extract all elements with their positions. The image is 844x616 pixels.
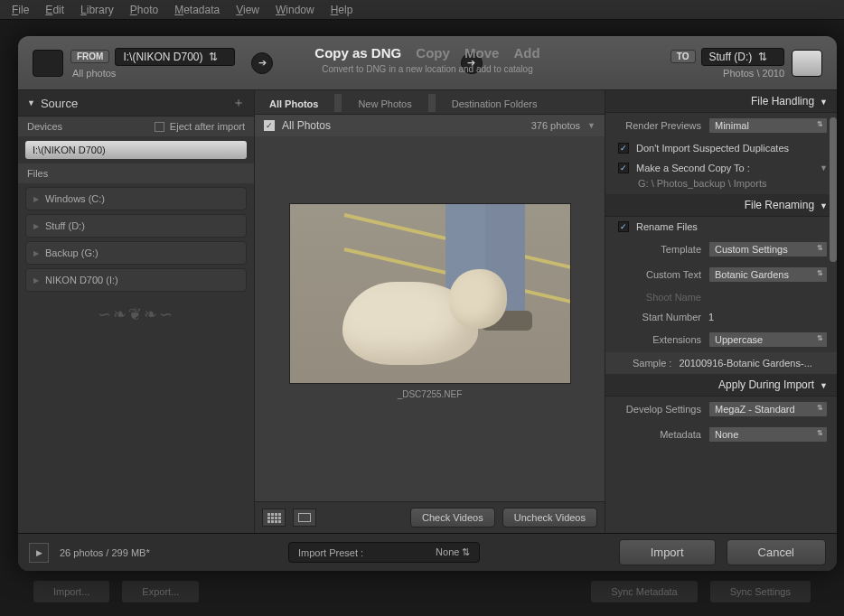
drive-item[interactable]: ▶Stuff (D:) <box>25 214 247 238</box>
action-move[interactable]: Move <box>464 45 499 61</box>
bg-export-button: Export... <box>121 580 200 603</box>
decorative-divider: ∽❧❦❧∽ <box>18 304 254 324</box>
action-add[interactable]: Add <box>514 45 540 61</box>
from-sub-label: All photos <box>72 68 235 79</box>
render-previews-label: Render Previews <box>614 120 701 131</box>
menu-help[interactable]: Help <box>323 0 361 20</box>
develop-settings-select[interactable]: MegaZ - Standard <box>708 401 828 417</box>
import-dialog: FROM I:\(NIKON D700) ⇅ All photos ➔ Copy… <box>18 36 837 571</box>
chevron-down-icon[interactable]: ▼ <box>820 163 828 173</box>
custom-text-input[interactable]: Botanic Gardens <box>708 266 828 283</box>
extensions-label: Extensions <box>614 334 701 345</box>
from-pill: FROM <box>70 50 109 63</box>
tab-all-photos[interactable]: All Photos <box>266 94 322 114</box>
file-handling-header[interactable]: File Handling▼ <box>605 90 837 113</box>
second-copy-checkbox[interactable]: ✓ <box>618 163 629 173</box>
files-header: Files <box>18 163 254 183</box>
menu-metadata[interactable]: Metadata <box>166 0 228 20</box>
loupe-view-icon[interactable] <box>293 509 316 527</box>
chevron-right-icon: ▶ <box>33 222 39 230</box>
render-previews-select[interactable]: Minimal <box>708 117 828 134</box>
source-drive-icon <box>33 50 63 77</box>
duplicates-checkbox[interactable]: ✓ <box>618 143 629 154</box>
action-copy-as-dng[interactable]: Copy as DNG <box>314 45 401 61</box>
second-copy-label: Make a Second Copy To : <box>636 163 750 173</box>
menu-photo[interactable]: Photo <box>122 0 166 20</box>
bg-sync-metadata-button: Sync Metadata <box>590 580 698 603</box>
select-all-checkbox[interactable]: ✓ <box>264 120 275 131</box>
chevron-right-icon: ▶ <box>33 249 39 257</box>
menu-file[interactable]: File <box>4 0 37 20</box>
bg-import-button: Import... <box>33 580 110 603</box>
eject-checkbox[interactable] <box>155 122 164 132</box>
thumbnail-filename: _DSC7255.NEF <box>289 389 571 399</box>
grid-view-icon[interactable] <box>262 509 286 527</box>
duplicates-label: Don't Import Suspected Duplicates <box>636 143 789 154</box>
chevron-down-icon[interactable]: ▼ <box>587 121 595 130</box>
chevron-right-icon: ▶ <box>33 195 39 203</box>
to-sub-label: Photos \ 2010 <box>723 68 784 79</box>
check-videos-button[interactable]: Check Videos <box>410 508 495 527</box>
file-renaming-header[interactable]: File Renaming▼ <box>605 194 837 217</box>
thumbnail[interactable]: _DSC7255.NEF <box>289 203 571 399</box>
rename-files-label: Rename Files <box>636 221 698 232</box>
drive-item[interactable]: ▶Windows (C:) <box>25 187 247 210</box>
grid-tabs: All Photos New Photos Destination Folder… <box>255 90 605 115</box>
metadata-select[interactable]: None <box>708 426 828 443</box>
scrollbar-thumb[interactable] <box>830 117 837 262</box>
sample-label: Sample : <box>633 358 671 369</box>
develop-settings-label: Develop Settings <box>614 404 701 415</box>
import-button[interactable]: Import <box>619 539 716 565</box>
import-preset-select[interactable]: Import Preset : None ⇅ <box>288 542 481 563</box>
dest-drive-icon <box>792 50 822 77</box>
chevron-down-icon: ▼ <box>820 201 828 210</box>
source-title: Source <box>41 97 78 110</box>
custom-text-label: Custom Text <box>614 269 701 280</box>
left-panel: ▼ Source ＋ Devices Eject after import I:… <box>18 90 255 533</box>
action-copy[interactable]: Copy <box>416 45 450 61</box>
import-status: 26 photos / 299 MB* <box>60 547 150 558</box>
thumbnail-grid[interactable]: _DSC7255.NEF <box>255 136 605 501</box>
chevron-right-icon: ▶ <box>33 276 39 285</box>
devices-header: Devices Eject after import <box>18 117 254 136</box>
thumbnail-image[interactable] <box>289 203 571 384</box>
tab-destination[interactable]: Destination Folders <box>448 94 541 114</box>
right-panel: File Handling▼ Render Previews Minimal ✓… <box>605 90 837 533</box>
drive-item[interactable]: ▶NIKON D700 (I:) <box>25 268 247 292</box>
to-pill: TO <box>671 50 696 63</box>
selected-device[interactable]: I:\(NIKON D700) <box>25 141 247 159</box>
menu-view[interactable]: View <box>228 0 267 20</box>
menu-window[interactable]: Window <box>267 0 323 20</box>
shoot-name-label: Shoot Name <box>614 292 701 303</box>
bg-sync-settings-button: Sync Settings <box>709 580 811 603</box>
second-copy-path: G: \ Photos_backup \ Imports <box>605 178 837 194</box>
cancel-button[interactable]: Cancel <box>727 539 826 565</box>
play-icon[interactable]: ▶ <box>29 543 49 563</box>
grid-title: All Photos <box>282 119 331 132</box>
tab-new-photos[interactable]: New Photos <box>354 94 415 114</box>
chevron-down-icon: ▼ <box>27 98 35 107</box>
dialog-footer: ▶ 26 photos / 299 MB* Import Preset : No… <box>18 533 837 571</box>
template-select[interactable]: Custom Settings <box>708 241 828 257</box>
extensions-select[interactable]: Uppercase <box>708 331 828 348</box>
rename-files-checkbox[interactable]: ✓ <box>618 221 629 232</box>
grid-header: ✓ All Photos 376 photos ▼ <box>255 115 605 136</box>
app-menubar[interactable]: File Edit Library Photo Metadata View Wi… <box>0 0 844 20</box>
grid-toolbar: Check Videos Uncheck Videos <box>255 501 605 533</box>
arrow-from-icon: ➔ <box>251 52 273 74</box>
menu-library[interactable]: Library <box>72 0 122 20</box>
source-panel-header[interactable]: ▼ Source ＋ <box>18 90 254 117</box>
apply-during-import-header[interactable]: Apply During Import▼ <box>605 374 837 397</box>
uncheck-videos-button[interactable]: Uncheck Videos <box>502 508 597 527</box>
grid-panel: All Photos New Photos Destination Folder… <box>255 90 605 533</box>
menu-edit[interactable]: Edit <box>37 0 72 20</box>
from-path-select[interactable]: I:\(NIKON D700) ⇅ <box>115 48 235 66</box>
sample-value: 20100916-Botanic Gardens-... <box>679 358 811 369</box>
chevron-down-icon: ▼ <box>820 98 828 107</box>
drive-item[interactable]: ▶Backup (G:) <box>25 241 247 265</box>
add-source-icon[interactable]: ＋ <box>232 95 245 111</box>
start-number-value[interactable]: 1 <box>708 312 714 322</box>
import-topbar: FROM I:\(NIKON D700) ⇅ All photos ➔ Copy… <box>18 36 837 90</box>
to-path-select[interactable]: Stuff (D:) ⇅ <box>701 48 784 66</box>
chevron-down-icon: ▼ <box>820 381 828 390</box>
